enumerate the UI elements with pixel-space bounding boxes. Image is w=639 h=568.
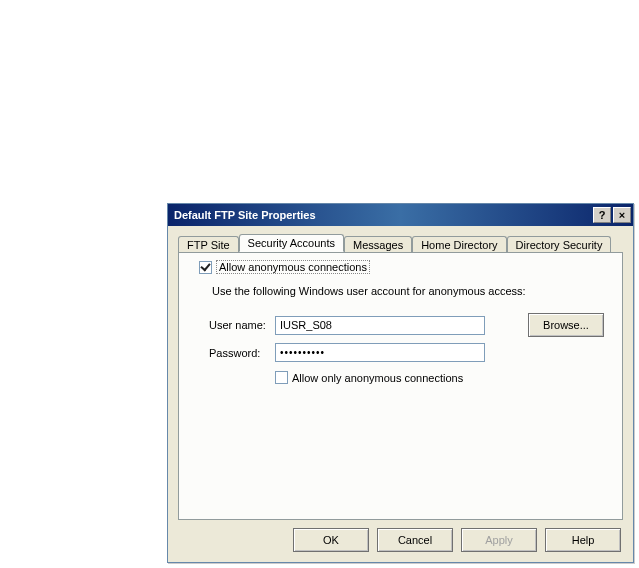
allow-only-checkbox[interactable]: [275, 371, 288, 384]
apply-button[interactable]: Apply: [461, 528, 537, 552]
password-input[interactable]: ••••••••••: [275, 343, 485, 362]
cancel-button[interactable]: Cancel: [377, 528, 453, 552]
username-input[interactable]: IUSR_S08: [275, 316, 485, 335]
username-label: User name:: [209, 319, 275, 331]
browse-button[interactable]: Browse...: [528, 313, 604, 337]
tab-strip: FTP Site Security Accounts Messages Home…: [178, 232, 623, 252]
window-title: Default FTP Site Properties: [174, 209, 591, 221]
tab-ftp-site[interactable]: FTP Site: [178, 236, 239, 253]
properties-dialog: Default FTP Site Properties ? × FTP Site…: [167, 203, 634, 563]
help-button-bottom[interactable]: Help: [545, 528, 621, 552]
allow-only-label: Allow only anonymous connections: [292, 372, 463, 384]
allow-anonymous-checkbox[interactable]: [199, 261, 212, 274]
allow-only-row: Allow only anonymous connections: [275, 371, 463, 384]
ok-button[interactable]: OK: [293, 528, 369, 552]
close-button[interactable]: ×: [613, 207, 631, 223]
security-accounts-panel: Allow anonymous connections Use the foll…: [178, 252, 623, 520]
tab-security-accounts[interactable]: Security Accounts: [239, 234, 344, 252]
allow-anonymous-row: Allow anonymous connections: [199, 260, 370, 274]
client-area: FTP Site Security Accounts Messages Home…: [168, 226, 633, 562]
username-row: User name: IUSR_S08 Browse...: [209, 313, 604, 337]
password-row: Password: ••••••••••: [209, 343, 604, 362]
titlebar[interactable]: Default FTP Site Properties ? ×: [168, 204, 633, 226]
anonymous-description: Use the following Windows user account f…: [212, 285, 526, 297]
allow-anonymous-label: Allow anonymous connections: [216, 260, 370, 274]
dialog-buttons: OK Cancel Apply Help: [293, 528, 621, 552]
tab-home-directory[interactable]: Home Directory: [412, 236, 506, 253]
tab-directory-security[interactable]: Directory Security: [507, 236, 612, 253]
help-button[interactable]: ?: [593, 207, 611, 223]
tab-messages[interactable]: Messages: [344, 236, 412, 253]
password-label: Password:: [209, 347, 275, 359]
